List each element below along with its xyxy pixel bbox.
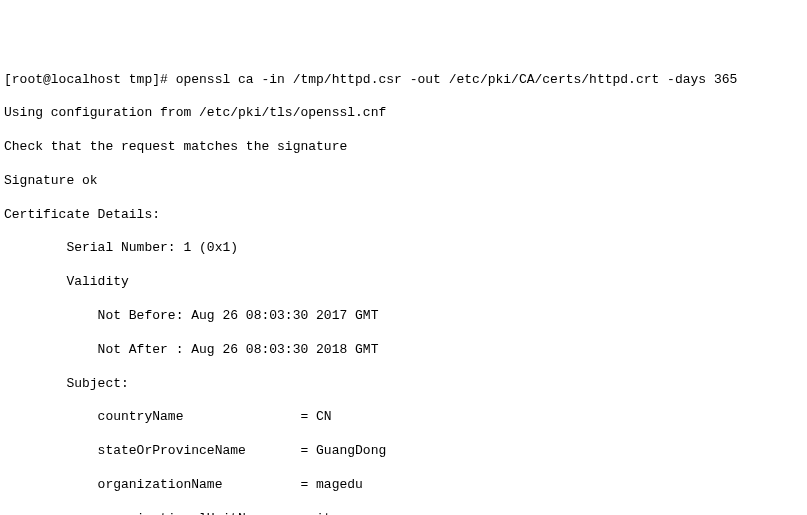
output-validity: Validity <box>4 274 803 291</box>
output-not-before: Not Before: Aug 26 08:03:30 2017 GMT <box>4 308 803 325</box>
output-orgunit: organizationalUnitName = it <box>4 511 803 515</box>
output-config: Using configuration from /etc/pki/tls/op… <box>4 105 803 122</box>
output-cert-details: Certificate Details: <box>4 207 803 224</box>
output-state: stateOrProvinceName = GuangDong <box>4 443 803 460</box>
output-org: organizationName = magedu <box>4 477 803 494</box>
output-signature: Signature ok <box>4 173 803 190</box>
output-serial: Serial Number: 1 (0x1) <box>4 240 803 257</box>
output-country: countryName = CN <box>4 409 803 426</box>
output-subject: Subject: <box>4 376 803 393</box>
command-text: openssl ca -in /tmp/httpd.csr -out /etc/… <box>176 72 738 87</box>
shell-prompt: [root@localhost tmp]# <box>4 72 176 87</box>
output-check: Check that the request matches the signa… <box>4 139 803 156</box>
terminal-line-command: [root@localhost tmp]# openssl ca -in /tm… <box>4 72 803 89</box>
output-not-after: Not After : Aug 26 08:03:30 2018 GMT <box>4 342 803 359</box>
